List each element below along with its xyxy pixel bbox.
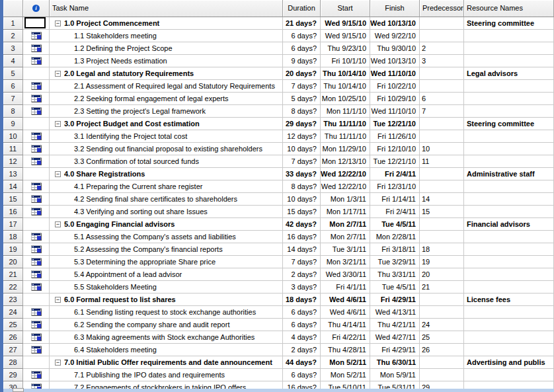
indicator-cell[interactable] xyxy=(23,155,50,168)
resource-names-cell[interactable] xyxy=(464,256,554,268)
task-name-cell[interactable]: − 4.0 Share Registrations xyxy=(50,168,283,180)
resource-names-cell[interactable] xyxy=(464,130,554,143)
predecessors-cell[interactable] xyxy=(420,294,464,306)
finish-date-cell[interactable]: Wed 9/22/10 xyxy=(370,30,420,42)
finish-date-cell[interactable]: Wed 11/10/10 xyxy=(370,105,420,118)
duration-cell[interactable]: 7 days? xyxy=(283,155,321,168)
predecessors-cell[interactable] xyxy=(420,180,464,193)
start-date-cell[interactable]: Wed 4/6/11 xyxy=(321,294,370,306)
row-number-cell[interactable]: 28 xyxy=(3,356,23,369)
resource-names-cell[interactable] xyxy=(464,319,554,331)
finish-date-cell[interactable]: Wed 4/13/11 xyxy=(370,306,420,319)
scrollbar-corner-box[interactable] xyxy=(13,388,24,392)
collapse-toggle[interactable]: − xyxy=(55,171,61,177)
duration-cell[interactable]: 6 days? xyxy=(283,369,321,381)
duration-cell[interactable]: 6 days? xyxy=(283,30,321,42)
resource-names-cell[interactable] xyxy=(464,55,554,67)
resource-names-cell[interactable]: License fees xyxy=(464,294,554,306)
task-name-cell[interactable]: − 5.2 Assessing the Company's financial … xyxy=(50,243,283,256)
row-number-cell[interactable]: 15 xyxy=(3,193,23,206)
finish-date-cell[interactable]: Tue 4/5/11 xyxy=(370,218,420,231)
row-number-cell[interactable]: 13 xyxy=(3,168,23,180)
predecessors-cell[interactable] xyxy=(420,30,464,42)
collapse-toggle[interactable]: − xyxy=(55,20,61,26)
duration-cell[interactable]: 44 days? xyxy=(283,356,321,369)
finish-date-cell[interactable]: Mon 5/9/11 xyxy=(370,369,420,381)
row-number-cell[interactable]: 27 xyxy=(3,344,23,356)
predecessors-cell[interactable]: 19 xyxy=(420,256,464,268)
start-date-cell[interactable]: Thu 9/23/10 xyxy=(321,42,370,55)
indicator-cell[interactable] xyxy=(23,130,50,143)
indicator-cell[interactable] xyxy=(23,281,50,294)
task-name-cell[interactable]: − 4.1 Preparing the Current share regist… xyxy=(50,180,283,193)
row-number-cell[interactable]: 14 xyxy=(3,180,23,193)
row-number-cell[interactable]: 26 xyxy=(3,331,23,344)
duration-cell[interactable]: 2 days? xyxy=(283,268,321,281)
indicator-cell[interactable] xyxy=(23,331,50,344)
finish-date-cell[interactable]: Tue 3/29/11 xyxy=(370,256,420,268)
predecessors-cell[interactable]: 10 xyxy=(420,143,464,155)
resource-names-cell[interactable] xyxy=(464,344,554,356)
duration-cell[interactable]: 29 days? xyxy=(283,118,321,130)
duration-cell[interactable]: 6 days? xyxy=(283,42,321,55)
collapse-toggle[interactable]: − xyxy=(55,360,61,366)
predecessors-cell[interactable] xyxy=(420,306,464,319)
task-name-cell[interactable]: − 5.5 Stakeholders Meeting xyxy=(50,281,283,294)
start-date-cell[interactable]: Wed 9/15/10 xyxy=(321,17,370,30)
predecessors-cell[interactable] xyxy=(420,231,464,243)
resource-names-cell[interactable]: Legal advisors xyxy=(464,67,554,80)
finish-date-cell[interactable]: Tue 4/5/11 xyxy=(370,281,420,294)
predecessors-cell[interactable] xyxy=(420,369,464,381)
predecessors-cell[interactable]: 24 xyxy=(420,319,464,331)
row-number-cell[interactable]: 2 xyxy=(3,30,23,42)
resource-names-cell[interactable] xyxy=(464,331,554,344)
row-number-cell[interactable]: 21 xyxy=(3,268,23,281)
column-header-task-name[interactable]: Task Name xyxy=(50,0,283,17)
indicator-cell[interactable] xyxy=(23,344,50,356)
predecessors-cell[interactable] xyxy=(420,168,464,180)
resource-names-cell[interactable]: Administrative staff xyxy=(464,168,554,180)
indicator-cell[interactable] xyxy=(23,105,50,118)
finish-date-cell[interactable]: Thu 9/30/10 xyxy=(370,42,420,55)
collapse-toggle[interactable]: − xyxy=(55,71,61,77)
resource-names-cell[interactable] xyxy=(464,30,554,42)
task-name-cell[interactable]: − 1.2 Defining the Project Scope xyxy=(50,42,283,55)
resource-names-cell[interactable] xyxy=(464,80,554,93)
start-date-cell[interactable]: Mon 2/7/11 xyxy=(321,218,370,231)
row-number-cell[interactable]: 23 xyxy=(3,294,23,306)
indicator-cell[interactable] xyxy=(23,243,50,256)
indicator-cell[interactable] xyxy=(23,231,50,243)
finish-date-cell[interactable]: Fri 12/31/10 xyxy=(370,180,420,193)
duration-cell[interactable]: 14 days? xyxy=(283,243,321,256)
duration-cell[interactable]: 21 days? xyxy=(283,17,321,30)
predecessors-cell[interactable] xyxy=(420,218,464,231)
start-date-cell[interactable]: Thu 11/11/10 xyxy=(321,130,370,143)
predecessors-cell[interactable]: 6 xyxy=(420,93,464,105)
resource-names-cell[interactable] xyxy=(464,306,554,319)
finish-date-cell[interactable]: Wed 11/10/10 xyxy=(370,67,420,80)
start-date-cell[interactable]: Wed 12/22/10 xyxy=(321,180,370,193)
resource-names-cell[interactable] xyxy=(464,180,554,193)
start-date-cell[interactable]: Thu 4/14/11 xyxy=(321,319,370,331)
column-header-predecessors[interactable]: Predecessors xyxy=(420,0,464,17)
start-date-cell[interactable]: Mon 1/3/11 xyxy=(321,193,370,206)
predecessors-cell[interactable]: 21 xyxy=(420,281,464,294)
indicator-cell[interactable] xyxy=(23,93,50,105)
start-date-cell[interactable]: Mon 5/2/11 xyxy=(321,369,370,381)
row-number-cell[interactable]: 16 xyxy=(3,206,23,218)
task-name-cell[interactable]: − 3.1 Identifying the Project total cost xyxy=(50,130,283,143)
finish-date-cell[interactable]: Thu 4/21/11 xyxy=(370,319,420,331)
duration-cell[interactable]: 16 days? xyxy=(283,231,321,243)
task-name-cell[interactable]: − 1.0 Project Commencement xyxy=(50,17,283,30)
indicator-cell[interactable] xyxy=(23,369,50,381)
start-date-cell[interactable]: Wed 9/15/10 xyxy=(321,30,370,42)
task-name-cell[interactable]: − 3.3 Confirmation of total sourced fund… xyxy=(50,155,283,168)
row-number-cell[interactable]: 17 xyxy=(3,218,23,231)
resource-names-cell[interactable] xyxy=(464,369,554,381)
start-date-cell[interactable]: Thu 11/11/10 xyxy=(321,118,370,130)
duration-cell[interactable]: 10 days? xyxy=(283,143,321,155)
task-name-cell[interactable]: − 4.3 Verifying and sorting out share Is… xyxy=(50,206,283,218)
finish-date-cell[interactable]: Thu 3/31/11 xyxy=(370,268,420,281)
predecessors-cell[interactable]: 25 xyxy=(420,331,464,344)
start-date-cell[interactable]: Tue 3/1/11 xyxy=(321,243,370,256)
